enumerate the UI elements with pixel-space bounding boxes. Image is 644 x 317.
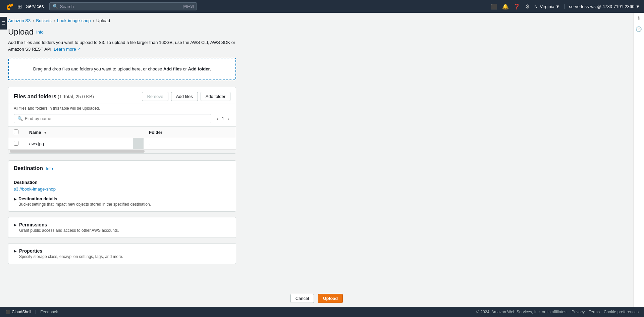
permissions-section: ▶ Permissions Grant public access and ac… bbox=[8, 217, 236, 238]
page-info-link[interactable]: Info bbox=[36, 30, 44, 35]
breadcrumb-sep-1: › bbox=[33, 18, 34, 23]
privacy-link[interactable]: Privacy bbox=[572, 310, 585, 314]
files-table: Name ▼ Folder aws.jpg - bbox=[8, 126, 236, 153]
page-title: Upload bbox=[8, 27, 34, 37]
copyright: © 2024, Amazon Web Services, Inc. or its… bbox=[476, 310, 568, 314]
search-icon: 🔍 bbox=[52, 4, 58, 9]
destination-section: Destination Info Destination s3://book-i… bbox=[8, 160, 236, 212]
add-folder-text: Add folder bbox=[188, 66, 210, 71]
aws-logo[interactable] bbox=[4, 3, 15, 10]
page-description: Add the files and folders you want to up… bbox=[8, 39, 236, 52]
files-search-wrap: 🔍 bbox=[14, 114, 211, 123]
feedback-link[interactable]: Feedback bbox=[40, 310, 58, 314]
upload-button[interactable]: Upload bbox=[318, 294, 343, 303]
search-input[interactable] bbox=[60, 4, 181, 9]
col-folder-header: Folder bbox=[144, 127, 236, 138]
breadcrumb-sep-2: › bbox=[54, 18, 55, 23]
expand-arrow[interactable]: ▶ bbox=[14, 197, 16, 201]
region-selector[interactable]: N. Virginia ▼ bbox=[534, 4, 560, 9]
learn-more-link[interactable]: Learn more ↗ bbox=[54, 47, 81, 52]
destination-header: Destination Info bbox=[8, 161, 236, 175]
help-icon[interactable]: ❓ bbox=[514, 3, 520, 10]
files-title: Files and folders bbox=[14, 94, 56, 99]
files-header: Files and folders (1 Total, 25.0 KB) Rem… bbox=[8, 87, 236, 104]
panel-info-icon[interactable]: ℹ bbox=[638, 15, 640, 21]
drop-zone-text: Drag and drop files and folders you want… bbox=[33, 66, 163, 71]
footer-right: © 2024, Amazon Web Services, Inc. or its… bbox=[476, 310, 639, 314]
terms-link[interactable]: Terms bbox=[589, 310, 600, 314]
page-header: Upload Info bbox=[8, 27, 625, 37]
files-search-input[interactable] bbox=[25, 116, 208, 121]
bottom-action-bar: Cancel Upload bbox=[0, 290, 633, 307]
panel-history-icon[interactable]: 🕐 bbox=[636, 26, 642, 32]
dest-label: Destination bbox=[14, 180, 230, 185]
files-section: Files and folders (1 Total, 25.0 KB) Rem… bbox=[8, 87, 236, 154]
breadcrumb-s3[interactable]: Amazon S3 bbox=[8, 18, 31, 23]
account-menu[interactable]: serverless-ws @ 4783-7191-2360 ▼ bbox=[565, 4, 640, 9]
permissions-title: Permissions bbox=[19, 222, 119, 227]
dest-details-desc: Bucket settings that impact new objects … bbox=[18, 202, 151, 207]
destination-details-expandable: ▶ Destination details Bucket settings th… bbox=[14, 196, 230, 207]
add-folder-button[interactable]: Add folder bbox=[201, 92, 230, 101]
footer: ⬛ CloudShell | Feedback © 2024, Amazon W… bbox=[0, 307, 644, 317]
files-title-area: Files and folders (1 Total, 25.0 KB) bbox=[14, 94, 94, 100]
prev-page-button[interactable]: ‹ bbox=[215, 115, 220, 122]
horizontal-scrollbar[interactable] bbox=[10, 150, 145, 153]
sort-icon: ▼ bbox=[44, 131, 47, 135]
destination-title: Destination bbox=[14, 165, 43, 171]
grid-icon[interactable]: ⊞ bbox=[17, 3, 22, 10]
destination-body: Destination s3://book-image-shop ▶ Desti… bbox=[8, 175, 236, 211]
files-subtext: All files and folders in this table will… bbox=[8, 104, 236, 114]
destination-info-link[interactable]: Info bbox=[46, 166, 53, 171]
cancel-button[interactable]: Cancel bbox=[290, 294, 314, 303]
permissions-header[interactable]: ▶ Permissions Grant public access and ac… bbox=[8, 217, 236, 237]
terminal-footer-icon: ⬛ bbox=[5, 310, 10, 314]
breadcrumb-sep-3: › bbox=[93, 18, 94, 23]
row-checkbox[interactable] bbox=[14, 141, 18, 146]
dest-details-label: Destination details bbox=[18, 196, 151, 201]
properties-header[interactable]: ▶ Properties Specify storage class, encr… bbox=[8, 244, 236, 264]
cloudshell-link[interactable]: CloudShell bbox=[12, 310, 31, 314]
remove-button[interactable]: Remove bbox=[142, 92, 168, 101]
services-label[interactable]: Services bbox=[24, 4, 45, 9]
breadcrumb-current: Upload bbox=[96, 18, 110, 23]
table-row: aws.jpg - bbox=[8, 138, 236, 150]
drop-zone[interactable]: Drag and drop files and folders you want… bbox=[8, 58, 236, 80]
breadcrumb: Amazon S3 › Buckets › book-image-shop › … bbox=[8, 18, 625, 23]
dest-link[interactable]: s3://book-image-shop bbox=[14, 187, 56, 192]
properties-section: ▶ Properties Specify storage class, encr… bbox=[8, 243, 236, 264]
files-buttons: Remove Add files Add folder bbox=[142, 92, 230, 101]
right-panel: ℹ 🕐 bbox=[633, 13, 644, 317]
settings-icon[interactable]: ⚙ bbox=[525, 3, 530, 10]
search-shortcut: [Alt+S] bbox=[183, 4, 194, 8]
cookie-link[interactable]: Cookie preferences bbox=[604, 310, 639, 314]
properties-title: Properties bbox=[19, 248, 123, 254]
footer-left: ⬛ CloudShell | Feedback bbox=[5, 310, 58, 314]
add-files-text: Add files bbox=[163, 66, 182, 71]
files-count: (1 Total, 25.0 KB) bbox=[58, 94, 94, 99]
main-content: Amazon S3 › Buckets › book-image-shop › … bbox=[0, 13, 633, 317]
permissions-desc: Grant public access and access to other … bbox=[19, 228, 119, 233]
col-name-header: Name ▼ bbox=[24, 127, 133, 138]
files-search-icon: 🔍 bbox=[17, 116, 23, 121]
breadcrumb-buckets[interactable]: Buckets bbox=[36, 18, 52, 23]
files-search: 🔍 ‹ 1 › bbox=[8, 114, 236, 126]
breadcrumb-bucket-name[interactable]: book-image-shop bbox=[57, 18, 91, 23]
nav-right: ⬛ 🔔 ❓ ⚙ N. Virginia ▼ serverless-ws @ 47… bbox=[491, 3, 640, 10]
file-name-cell: aws.jpg bbox=[24, 138, 133, 150]
pagination: ‹ 1 › bbox=[215, 115, 230, 122]
top-navigation: ⊞ Services 🔍 [Alt+S] ⬛ 🔔 ❓ ⚙ N. Virginia… bbox=[0, 0, 644, 13]
add-files-button[interactable]: Add files bbox=[171, 92, 198, 101]
side-nav-toggle[interactable]: ☰ bbox=[0, 17, 7, 30]
select-all-checkbox[interactable] bbox=[14, 129, 18, 134]
search-bar: 🔍 [Alt+S] bbox=[49, 2, 197, 10]
next-page-button[interactable]: › bbox=[226, 115, 230, 122]
permissions-arrow: ▶ bbox=[14, 223, 16, 227]
properties-arrow: ▶ bbox=[14, 249, 16, 253]
page-number: 1 bbox=[222, 116, 224, 121]
properties-desc: Specify storage class, encryption settin… bbox=[19, 254, 123, 259]
terminal-icon[interactable]: ⬛ bbox=[491, 3, 497, 10]
bell-icon[interactable]: 🔔 bbox=[502, 3, 509, 10]
file-folder-cell: - bbox=[144, 138, 236, 150]
